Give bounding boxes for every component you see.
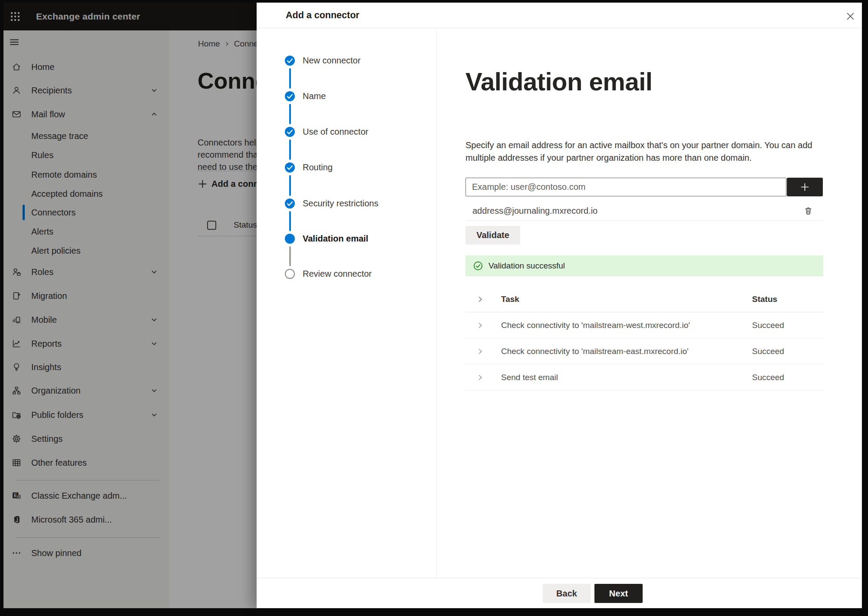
step-validation-email[interactable]: Validation email: [303, 227, 368, 250]
add-connector-dialog: Add a connector New connector Name Use o…: [257, 3, 862, 608]
step-connector-line: [289, 139, 291, 160]
next-button[interactable]: Next: [594, 584, 643, 603]
table-row: Check connectivity to 'mailstream-west.m…: [465, 312, 823, 338]
status-cell: Succeed: [752, 321, 784, 330]
step-review-connector[interactable]: Review connector: [303, 262, 372, 285]
validation-success-banner: Validation successful: [465, 255, 823, 276]
added-address: address@journaling.mxrecord.io: [472, 205, 597, 215]
step-circle-done: [285, 199, 295, 209]
status-column-header: Status: [752, 295, 777, 304]
step-circle-done: [285, 162, 295, 172]
status-cell: Succeed: [752, 347, 784, 356]
step-label: Routing: [303, 162, 333, 172]
task-column-header: Task: [501, 295, 519, 304]
step-connector-line: [289, 175, 291, 196]
chevron-right-icon[interactable]: [477, 322, 484, 329]
step-connector-line: [289, 104, 291, 124]
added-address-row: address@journaling.mxrecord.io: [465, 201, 823, 221]
step-label: Name: [303, 91, 326, 101]
plus-icon: [800, 182, 810, 192]
step-name[interactable]: Name: [303, 84, 326, 108]
task-cell: Check connectivity to 'mailstream-east.m…: [501, 347, 689, 356]
step-security-restrictions[interactable]: Security restrictions: [303, 192, 379, 215]
step-circle-done: [285, 56, 295, 66]
description-text: Specify an email address for an active m…: [465, 139, 834, 164]
page-title: Validation email: [465, 67, 652, 96]
step-new-connector[interactable]: New connector: [303, 49, 360, 72]
steps-content-divider: [436, 28, 437, 578]
table-row: Check connectivity to 'mailstream-east.m…: [465, 338, 823, 364]
email-address-input[interactable]: [465, 178, 786, 196]
step-connector-line: [289, 246, 291, 266]
step-label: Use of connector: [303, 127, 368, 137]
task-cell: Check connectivity to 'mailstream-west.m…: [501, 321, 690, 330]
step-use-of-connector[interactable]: Use of connector: [303, 120, 368, 143]
step-label: Validation email: [303, 234, 368, 244]
step-routing[interactable]: Routing: [303, 156, 333, 179]
validate-button[interactable]: Validate: [465, 226, 520, 245]
chevron-right-icon[interactable]: [477, 348, 484, 355]
step-circle-current: [285, 234, 295, 244]
step-circle-todo: [285, 269, 295, 279]
step-label: Review connector: [303, 269, 372, 279]
step-label: New connector: [303, 56, 360, 66]
screen: Exchange admin center Home Recipients Ma…: [0, 0, 868, 616]
dialog-title: Add a connector: [286, 3, 360, 28]
step-label: Security restrictions: [303, 199, 379, 209]
back-button[interactable]: Back: [543, 584, 591, 603]
close-icon[interactable]: [840, 6, 860, 26]
status-cell: Succeed: [752, 373, 784, 382]
validation-tasks-table: Task Status Check connectivity to 'mails…: [465, 287, 823, 391]
chevron-right-icon[interactable]: [477, 374, 484, 381]
step-circle-done: [285, 91, 295, 101]
header-divider: [257, 28, 862, 28]
step-circle-done: [285, 127, 295, 137]
delete-address-icon[interactable]: [801, 203, 815, 218]
footer-divider: [257, 578, 862, 578]
table-row: Send test email Succeed: [465, 364, 823, 391]
task-cell: Send test email: [501, 373, 558, 382]
step-connector-line: [289, 68, 291, 89]
table-header-row: Task Status: [465, 287, 823, 312]
step-connector-line: [289, 211, 291, 231]
success-message: Validation successful: [488, 261, 565, 271]
add-address-button[interactable]: [787, 178, 823, 196]
success-check-icon: [473, 261, 483, 271]
chevron-right-icon[interactable]: [477, 296, 484, 303]
